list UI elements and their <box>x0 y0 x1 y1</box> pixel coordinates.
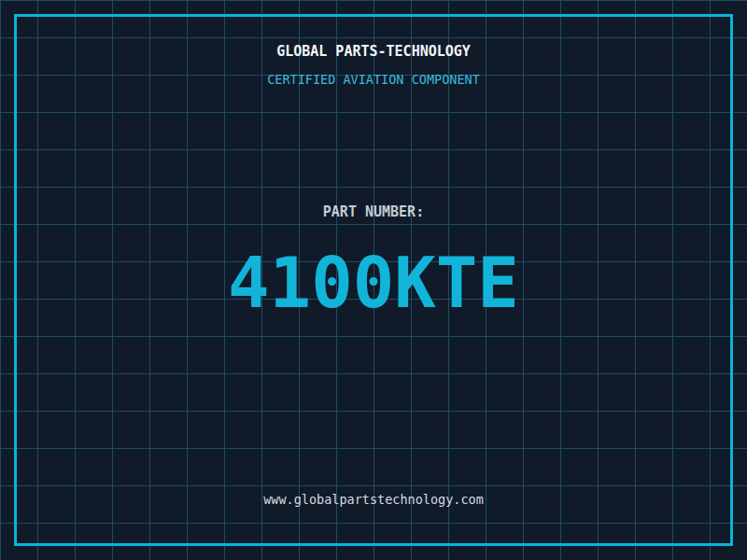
page-title: GLOBAL PARTS-TECHNOLOGY <box>0 45 747 59</box>
page-subtitle: CERTIFIED AVIATION COMPONENT <box>0 74 747 87</box>
website-url: www.globalpartstechnology.com <box>0 494 747 507</box>
page-background: GLOBAL PARTS-TECHNOLOGY CERTIFIED AVIATI… <box>0 0 747 560</box>
part-number-value: 4100KTE <box>0 248 747 317</box>
part-number-label: PART NUMBER: <box>0 205 747 219</box>
